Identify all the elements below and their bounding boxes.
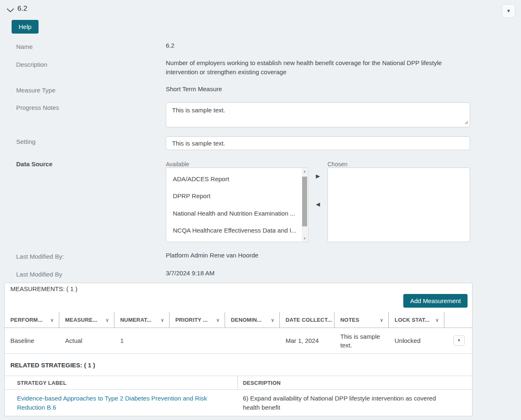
help-button[interactable]: Help xyxy=(12,20,39,34)
measurements-header-row: PERFORM... ∨ MEASURE... ∨ NUMERAT... ∨ P… xyxy=(5,312,472,328)
column-header-notes[interactable]: NOTES ∨ xyxy=(334,312,389,328)
measure-type-value: Short Term Measure xyxy=(166,85,222,94)
column-header-description: DESCRIPTION xyxy=(238,376,472,389)
list-item[interactable]: NCQA Healthcare Effectiveness Data and I… xyxy=(173,227,296,234)
setting-input[interactable]: This is sample text. xyxy=(166,136,470,150)
cell-date-collected: Mar 1, 2024 xyxy=(280,328,334,353)
measurements-card: MEASUREMENTS: ( 1 ) Add Measurement PERF… xyxy=(4,283,473,416)
description-label: Description xyxy=(16,61,47,68)
strategies-header-row: STRATEGY LABEL DESCRIPTION xyxy=(5,376,472,390)
caret-down-icon: ▼ xyxy=(457,339,461,342)
measurement-table-row: Baseline Actual 1 Mar 1, 2024 This is sa… xyxy=(5,328,472,354)
sort-chevron-icon[interactable]: ∨ xyxy=(105,317,109,323)
sort-chevron-icon[interactable]: ∨ xyxy=(435,317,439,323)
sort-chevron-icon[interactable]: ∨ xyxy=(216,317,220,323)
row-menu-button[interactable]: ▼ xyxy=(453,335,465,346)
chosen-listbox[interactable] xyxy=(327,168,470,242)
cell-lock-status: Unlocked xyxy=(389,328,444,353)
cell-numerator: 1 xyxy=(114,328,170,353)
column-header-denominator[interactable]: DENOMIN... ∨ xyxy=(225,312,280,328)
setting-text: This is sample text. xyxy=(172,140,225,147)
description-value: Number of employers working to establish… xyxy=(166,58,473,77)
cell-measure: Actual xyxy=(59,328,114,353)
cell-strategy-description: 6) Expand availability of National DPP l… xyxy=(238,390,472,416)
resize-handle-icon[interactable] xyxy=(464,119,468,126)
sort-chevron-icon[interactable]: ∨ xyxy=(50,317,54,323)
column-header-date-collected[interactable]: DATE COLLECT... xyxy=(280,312,334,328)
progress-notes-text: This is sample text. xyxy=(172,107,225,114)
last-modified-by-date-label: Last Modified By xyxy=(16,271,62,278)
available-listbox[interactable]: ADA/ADCES Report DPRP Report National He… xyxy=(166,168,308,242)
column-header-numerator[interactable]: NUMERAT... ∨ xyxy=(114,312,170,328)
list-item[interactable]: National Health and Nutrition Examinatio… xyxy=(173,210,295,217)
section-menu-button[interactable]: ▼ xyxy=(502,4,515,18)
available-label: Available xyxy=(166,161,189,168)
cell-notes: This is sample text. xyxy=(334,328,389,353)
column-header-priority[interactable]: PRIORITY ... ∨ xyxy=(170,312,225,328)
move-right-icon[interactable]: ▶ xyxy=(314,173,322,179)
setting-label: Setting xyxy=(16,138,36,145)
section-title: 6.2 xyxy=(17,5,27,13)
strategy-link[interactable]: Evidence-based Approaches to Type 2 Diab… xyxy=(17,394,236,412)
cell-priority xyxy=(170,328,225,353)
last-modified-by-name-label: Last Modified By: xyxy=(16,253,64,260)
scroll-up-icon[interactable]: ▲ xyxy=(302,168,308,174)
measure-type-label: Measure Type xyxy=(16,87,56,94)
progress-notes-textarea[interactable]: This is sample text. xyxy=(166,102,470,127)
related-strategies-title: RELATED STRATEGIES: ( 1 ) xyxy=(10,362,95,369)
cell-strategy-label: Evidence-based Approaches to Type 2 Diab… xyxy=(5,390,238,416)
column-header-performance[interactable]: PERFORM... ∨ xyxy=(5,312,59,328)
column-header-actions xyxy=(444,312,472,328)
cell-actions: ▼ xyxy=(444,328,472,353)
measurements-title: MEASUREMENTS: ( 1 ) xyxy=(10,285,78,292)
last-modified-by-date-value: 3/7/2024 9:18 AM xyxy=(166,269,215,278)
last-modified-by-name-value: Platform Admin Rene van Hoorde xyxy=(166,251,258,260)
section-collapse-chevron-icon[interactable] xyxy=(7,7,14,14)
move-left-icon[interactable]: ◀ xyxy=(314,201,322,207)
sort-chevron-icon[interactable]: ∨ xyxy=(271,317,274,323)
chosen-label: Chosen xyxy=(327,161,347,168)
progress-notes-label: Progress Notes xyxy=(16,104,59,111)
scrollbar-thumb[interactable] xyxy=(302,177,307,226)
add-measurement-button[interactable]: Add Measurement xyxy=(403,294,468,308)
listbox-scrollbar[interactable]: ▲ ▼ xyxy=(302,168,308,241)
cell-performance: Baseline xyxy=(5,328,59,353)
cell-denominator xyxy=(225,328,280,353)
name-value: 6.2 xyxy=(166,41,174,50)
scroll-down-icon[interactable]: ▼ xyxy=(302,235,308,241)
name-label: Name xyxy=(16,43,33,50)
caret-down-icon: ▼ xyxy=(506,9,511,13)
list-item[interactable]: ADA/ADCES Report xyxy=(173,175,229,182)
column-header-strategy-label: STRATEGY LABEL xyxy=(5,376,238,389)
list-item[interactable]: DPRP Report xyxy=(173,192,211,199)
strategy-table-row: Evidence-based Approaches to Type 2 Diab… xyxy=(5,390,472,416)
measure-detail-page: 6.2 ▼ Help Name 6.2 Description Number o… xyxy=(0,0,521,420)
sort-chevron-icon[interactable]: ∨ xyxy=(380,317,383,323)
column-header-measure[interactable]: MEASURE... ∨ xyxy=(59,312,114,328)
sort-chevron-icon[interactable]: ∨ xyxy=(160,317,164,323)
data-source-label: Data Source xyxy=(16,160,53,168)
column-header-lock-status[interactable]: LOCK STAT... ∨ xyxy=(389,312,444,328)
